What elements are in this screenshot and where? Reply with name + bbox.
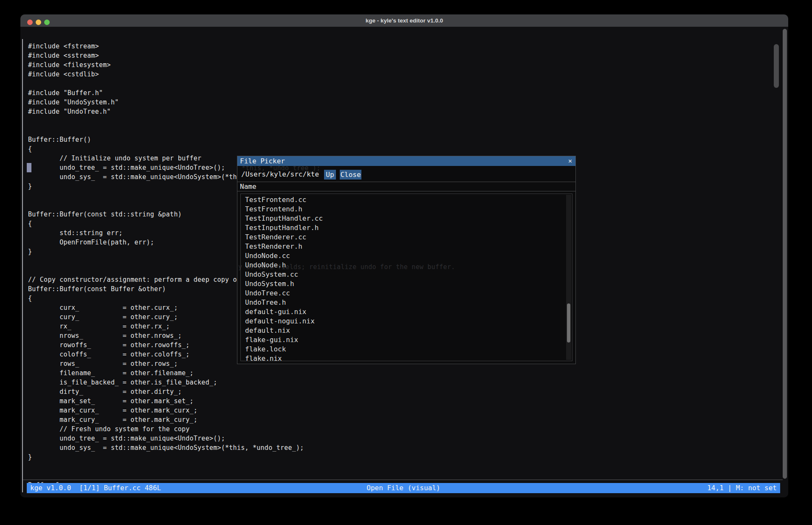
- editor-left-border: [22, 39, 23, 492]
- file-list-item[interactable]: TestInputHandler.h: [241, 223, 572, 233]
- file-list-item[interactable]: default.nix: [241, 326, 572, 335]
- status-mode-label: Open File (visual): [27, 483, 780, 493]
- file-list-item[interactable]: TestFrontend.cc: [241, 195, 572, 205]
- file-list-item[interactable]: UndoTree.h: [241, 298, 572, 307]
- file-list-item[interactable]: UndoSystem.h: [241, 279, 572, 289]
- file-list-item[interactable]: flake.lock: [241, 345, 572, 354]
- window-scrollbar-track[interactable]: [783, 29, 787, 479]
- window-title: kge - kyle's text editor v1.0.0: [20, 14, 788, 27]
- window-titlebar: kge - kyle's text editor v1.0.0: [20, 14, 788, 27]
- up-directory-button[interactable]: Up: [324, 170, 336, 180]
- file-list-item[interactable]: TestRenderer.cc: [241, 233, 572, 242]
- file-list-item[interactable]: UndoNode.h: [241, 261, 572, 270]
- dialog-close-icon[interactable]: ✕: [568, 156, 572, 166]
- status-bar: kge v1.0.0 [1/1] Buffer.cc 486L Open Fil…: [27, 483, 780, 493]
- dialog-separator-bottom: [237, 191, 575, 191]
- current-path-label: /Users/kyle/src/kte: [241, 169, 319, 180]
- file-list-item[interactable]: TestRenderer.h: [241, 242, 572, 251]
- file-picker-dialog: *this, *undo_tree_); y of core fields; r…: [237, 156, 576, 364]
- name-column-header: Name: [240, 182, 257, 191]
- dialog-separator-top: [237, 182, 575, 182]
- file-list[interactable]: TestFrontend.ccTestFrontend.hTestInputHa…: [240, 194, 572, 361]
- text-cursor-block: [27, 163, 31, 172]
- statusbar-separator: [22, 480, 783, 480]
- close-picker-button[interactable]: Close: [340, 170, 361, 180]
- file-list-item[interactable]: UndoNode.cc: [241, 251, 572, 261]
- file-list-item[interactable]: UndoSystem.cc: [241, 270, 572, 279]
- file-list-item[interactable]: default-gui.nix: [241, 307, 572, 317]
- file-list-item[interactable]: TestFrontend.h: [241, 205, 572, 214]
- desktop: #include <fstream> #include <sstream> #i…: [0, 0, 812, 525]
- file-list-item[interactable]: flake-gui.nix: [241, 335, 572, 345]
- status-cursor-position: 14,1 | M: not set: [707, 483, 777, 493]
- file-list-item[interactable]: UndoTree.cc: [241, 289, 572, 298]
- file-list-scrollbar-thumb[interactable]: [567, 303, 570, 343]
- file-list-item[interactable]: TestInputHandler.cc: [241, 214, 572, 223]
- dialog-title: File Picker: [240, 156, 285, 166]
- dialog-titlebar[interactable]: File Picker ✕: [237, 156, 575, 166]
- file-list-item[interactable]: flake.nix: [241, 354, 572, 361]
- editor-scrollbar-thumb[interactable]: [774, 44, 779, 88]
- file-list-item[interactable]: default-nogui.nix: [241, 317, 572, 326]
